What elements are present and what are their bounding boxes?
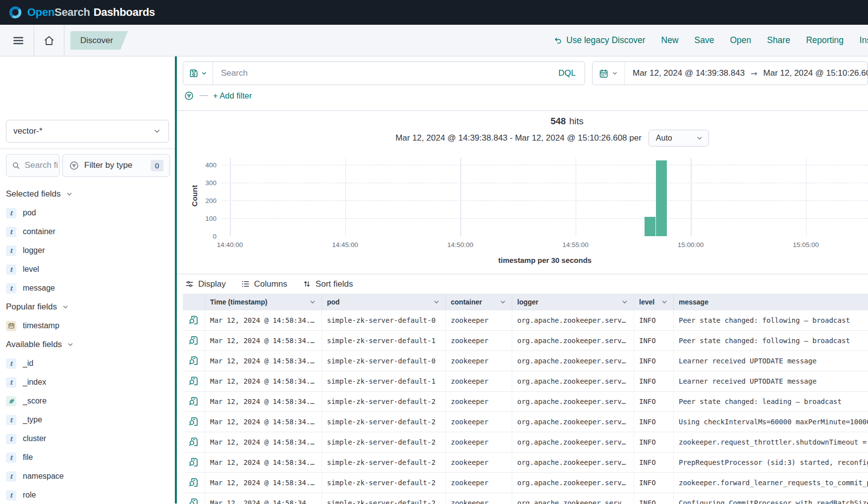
header-cell-expand xyxy=(183,294,205,310)
sort-fields-button[interactable]: Sort fields xyxy=(302,279,353,289)
cell-expand xyxy=(183,412,205,432)
column-label: Time (timestamp) xyxy=(210,298,268,306)
y-gridline xyxy=(222,201,868,201)
menu-item-use-legacy-discover[interactable]: Use legacy Discover xyxy=(554,35,646,46)
home-button[interactable] xyxy=(40,35,58,47)
expand-document-button[interactable] xyxy=(188,376,199,387)
chart-plot-area[interactable] xyxy=(222,158,868,236)
field-item-namespace[interactable]: tnamespace xyxy=(6,467,169,486)
expand-document-button[interactable] xyxy=(188,335,199,346)
expand-document-button[interactable] xyxy=(188,498,199,504)
query-language-button[interactable]: DQL xyxy=(549,68,585,78)
interval-value: Auto xyxy=(656,134,672,143)
search-input[interactable] xyxy=(213,68,549,78)
y-tick-label: 100 xyxy=(205,215,217,222)
chevron-down-icon xyxy=(309,298,317,306)
cell-pod: simple-zk-server-default-2 xyxy=(322,493,446,504)
inspect-document-icon xyxy=(188,498,199,504)
header-cell-pod[interactable]: pod xyxy=(322,294,446,310)
menu-item-reporting[interactable]: Reporting xyxy=(806,35,844,46)
saved-queries-button[interactable] xyxy=(183,62,213,85)
opensearch-dashboards-app: OpenSearchDashboards Discover Use legacy… xyxy=(0,0,868,504)
search-icon xyxy=(11,161,21,170)
field-item-logger[interactable]: tlogger xyxy=(6,241,169,260)
field-item-message[interactable]: tmessage xyxy=(6,279,169,298)
field-item-container[interactable]: tcontainer xyxy=(6,222,169,241)
expand-document-button[interactable] xyxy=(188,457,199,468)
field-name: _index xyxy=(23,378,46,387)
section-header-selected-fields[interactable]: Selected fields xyxy=(6,185,169,203)
save-icon xyxy=(189,68,199,78)
x-gridline xyxy=(576,158,577,236)
field-item-pod[interactable]: tpod xyxy=(6,203,169,222)
x-tick-label: 14:55:00 xyxy=(562,241,589,249)
field-item-role[interactable]: trole xyxy=(6,486,169,504)
interval-select[interactable]: Auto xyxy=(649,130,709,147)
menu-item-share[interactable]: Share xyxy=(767,35,790,46)
chart-subtitle-row: Mar 12, 2024 @ 14:39:38.843 - Mar 12, 20… xyxy=(207,129,868,147)
expand-document-button[interactable] xyxy=(188,416,199,427)
cell-message: Peer state changed: leading – broadcast xyxy=(674,392,868,411)
field-item-index[interactable]: t_index xyxy=(6,373,169,392)
section-header-available-fields[interactable]: Available fields xyxy=(6,335,169,354)
field-item-id[interactable]: t_id xyxy=(6,354,169,373)
menu-item-new[interactable]: New xyxy=(661,35,679,46)
field-item-level[interactable]: tlevel xyxy=(6,260,169,279)
date-quick-select-button[interactable] xyxy=(593,62,624,85)
expand-document-button[interactable] xyxy=(188,477,199,488)
field-search-input[interactable]: Search fi xyxy=(6,154,59,177)
field-item-timestamp[interactable]: timestamp xyxy=(6,316,169,335)
expand-document-button[interactable] xyxy=(188,437,199,448)
opensearch-logo-icon xyxy=(8,5,23,20)
string-field-icon: t xyxy=(6,208,16,218)
expand-document-button[interactable] xyxy=(188,396,199,407)
field-item-score[interactable]: #_score xyxy=(6,392,169,410)
menu-item-save[interactable]: Save xyxy=(695,35,714,46)
field-item-type[interactable]: t_type xyxy=(6,410,169,429)
header-cell-logger[interactable]: logger xyxy=(512,294,634,310)
list-icon xyxy=(241,279,250,289)
date-end[interactable]: Mar 12, 2024 @ 15:10:26.608 xyxy=(763,68,868,78)
display-button[interactable]: Display xyxy=(185,279,226,289)
filter-by-type-button[interactable]: Filter by type 0 xyxy=(62,154,170,177)
expand-document-button[interactable] xyxy=(188,315,199,326)
string-field-icon: t xyxy=(6,283,16,294)
cell-time: Mar 12, 2024 @ 14:58:34.… xyxy=(205,412,322,432)
date-start[interactable]: Mar 12, 2024 @ 14:39:38.843 xyxy=(633,68,745,78)
menu-button[interactable] xyxy=(9,34,28,47)
menu-item-open[interactable]: Open xyxy=(730,35,751,46)
header-cell-message[interactable]: message xyxy=(674,294,868,310)
field-item-file[interactable]: tfile xyxy=(6,448,169,467)
expand-document-button[interactable] xyxy=(188,355,199,366)
histogram-bar[interactable] xyxy=(656,160,667,236)
field-name: message xyxy=(23,284,55,293)
header-cell-container[interactable]: container xyxy=(446,294,512,310)
column-label: message xyxy=(679,298,708,306)
field-item-cluster[interactable]: tcluster xyxy=(6,429,169,448)
inspect-document-icon xyxy=(188,396,199,407)
index-pattern-select[interactable]: vector-* xyxy=(6,120,169,143)
cell-level: INFO xyxy=(634,310,674,330)
add-filter-button[interactable]: + Add filter xyxy=(213,91,252,101)
header-cell-level[interactable]: level xyxy=(634,294,674,310)
chevron-down-icon xyxy=(660,298,668,306)
column-label: logger xyxy=(517,298,539,306)
columns-button[interactable]: Columns xyxy=(241,279,287,289)
discover-main: DQL Mar 12, 2024 @ 14:39:38.843 → Mar 12… xyxy=(177,56,868,504)
menu-item-inspect[interactable]: Inspect xyxy=(860,35,868,46)
cell-expand xyxy=(183,493,205,504)
calendar-icon xyxy=(8,322,15,329)
section-header-popular-fields[interactable]: Popular fields xyxy=(6,298,169,316)
y-gridline xyxy=(222,218,868,219)
opensearch-logo[interactable]: OpenSearchDashboards xyxy=(8,5,155,20)
field-name: level xyxy=(23,265,39,274)
cell-container: zookeeper xyxy=(446,392,512,411)
cell-container: zookeeper xyxy=(446,331,512,351)
string-field-icon: t xyxy=(6,415,16,425)
histogram-bar[interactable] xyxy=(645,217,655,237)
header-cell-time-timestamp[interactable]: Time (timestamp) xyxy=(205,294,322,310)
table-row: Mar 12, 2024 @ 14:58:34.…simple-zk-serve… xyxy=(183,351,868,371)
breadcrumb-discover[interactable]: Discover xyxy=(70,31,128,50)
inspect-document-icon xyxy=(188,457,199,468)
chevron-down-icon xyxy=(611,70,618,77)
